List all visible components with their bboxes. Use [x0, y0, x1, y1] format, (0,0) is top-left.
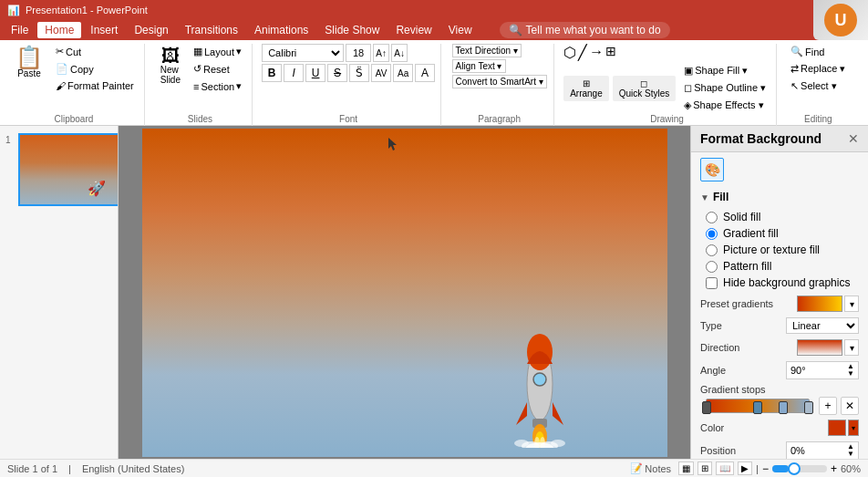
cut-button[interactable]: ✂ Cut — [51, 44, 139, 59]
angle-row: Angle 90° ▲▼ — [691, 358, 868, 382]
position-value: 0% — [790, 445, 805, 456]
arrange-button[interactable]: ⊞ Arrange — [563, 76, 609, 101]
zoom-out-button[interactable]: − — [762, 462, 769, 475]
layout-button[interactable]: ▦ Layout ▾ — [189, 44, 246, 59]
quick-styles-icon: ◻ — [640, 78, 647, 88]
text-direction-button[interactable]: Text Direction ▾ — [452, 44, 522, 57]
new-slide-button[interactable]: 🖼 NewSlide — [154, 44, 187, 88]
gradient-stop-1[interactable] — [702, 401, 711, 414]
underline-button[interactable]: U — [305, 64, 326, 82]
quick-styles-button[interactable]: ◻ Quick Styles — [613, 76, 677, 101]
strikethrough-button[interactable]: S — [327, 64, 347, 82]
zoom-in-button[interactable]: + — [831, 462, 837, 475]
fill-section-header[interactable]: ▼ Fill — [691, 187, 868, 207]
reading-view-button[interactable]: 📖 — [716, 461, 734, 475]
panel-close-button[interactable]: ✕ — [848, 131, 859, 146]
direction-dropdown[interactable]: ▾ — [844, 339, 859, 356]
preset-gradients-label: Preset gradients — [700, 298, 793, 309]
notes-label: Notes — [645, 463, 671, 474]
preset-gradients-row: Preset gradients ▾ — [691, 293, 868, 315]
gradient-stops-section: Gradient stops + ✕ — [691, 382, 868, 417]
notes-button[interactable]: 📝 Notes — [630, 462, 671, 474]
gradient-stop-3[interactable] — [779, 401, 788, 414]
text-shadow-button[interactable]: S̈ — [349, 64, 369, 82]
convert-smartart-button[interactable]: Convert to SmartArt ▾ — [452, 75, 547, 88]
slide-show-button[interactable]: ▶ — [738, 461, 752, 475]
menu-file[interactable]: File — [4, 22, 36, 38]
solid-fill-radio[interactable] — [706, 212, 718, 223]
slide-canvas[interactable] — [142, 129, 667, 457]
solid-fill-option[interactable]: Solid fill — [706, 211, 853, 223]
direction-swatch[interactable] — [797, 339, 842, 356]
slides-label: Slides — [188, 114, 212, 124]
ribbon: 📋 Paste ✂ Cut 📄 Copy 🖌 Format Painter — [0, 40, 868, 126]
shape-fill-button[interactable]: ▣ Shape Fill ▾ — [679, 63, 770, 78]
menu-animations[interactable]: Animations — [247, 22, 315, 38]
angle-control[interactable]: 90° ▲▼ — [786, 361, 859, 379]
shape-effects-button[interactable]: ◈ Shape Effects ▾ — [679, 98, 770, 113]
align-text-button[interactable]: Align Text ▾ — [452, 59, 506, 73]
ribbon-group-editing: 🔍 Find ⇄ Replace ▾ ↖ Select ▾ Editing — [780, 44, 855, 126]
format-painter-button[interactable]: 🖌 Format Painter — [51, 78, 139, 93]
menu-design[interactable]: Design — [127, 22, 175, 38]
shape-outline-button[interactable]: ◻ Shape Outline ▾ — [679, 80, 770, 96]
slide-sorter-button[interactable]: ⊞ — [698, 461, 712, 475]
font-case-button[interactable]: Aa — [393, 64, 413, 82]
slide-thumbnail[interactable]: 🚀 — [18, 133, 119, 206]
menu-insert[interactable]: Insert — [83, 22, 125, 38]
font-selector[interactable]: Calibri — [262, 44, 344, 62]
fill-icon-btn[interactable]: 🎨 — [700, 158, 724, 181]
fill-arrow-icon: ▼ — [700, 192, 709, 202]
rocket-area — [503, 320, 576, 430]
add-stop-button[interactable]: + — [819, 397, 837, 415]
color-dropdown[interactable]: ▾ — [848, 420, 859, 436]
copy-button[interactable]: 📄 Copy — [51, 61, 139, 77]
svg-point-10 — [514, 440, 529, 447]
type-selector[interactable]: Linear Radial Rectangular Path — [786, 317, 859, 334]
color-swatch[interactable] — [828, 420, 846, 436]
gradient-fill-option[interactable]: Gradient fill — [706, 227, 853, 240]
gradient-stops-bar[interactable] — [706, 399, 810, 413]
menu-review[interactable]: Review — [388, 22, 439, 38]
increase-font-button[interactable]: A↑ — [373, 44, 389, 62]
gradient-stop-4[interactable] — [804, 401, 813, 414]
remove-stop-button[interactable]: ✕ — [841, 397, 859, 415]
zoom-slider[interactable] — [772, 465, 827, 472]
menu-home[interactable]: Home — [37, 22, 81, 38]
menu-slideshow[interactable]: Slide Show — [317, 22, 387, 38]
select-label: Select ▾ — [801, 80, 837, 92]
font-size-input[interactable] — [346, 44, 371, 62]
menu-transitions[interactable]: Transitions — [178, 22, 245, 38]
section-button[interactable]: ≡ Section ▾ — [189, 78, 246, 94]
preset-gradient-swatch[interactable] — [797, 296, 842, 312]
gradient-fill-radio[interactable] — [706, 228, 718, 240]
pattern-fill-radio[interactable] — [706, 261, 718, 273]
hide-background-option[interactable]: Hide background graphics — [706, 276, 853, 289]
menu-view[interactable]: View — [441, 22, 480, 38]
font-color-button[interactable]: A — [415, 64, 435, 82]
reset-button[interactable]: ↺ Reset — [189, 61, 246, 77]
menu-tell-me[interactable]: 🔍 Tell me what you want to do — [500, 22, 670, 38]
char-spacing-button[interactable]: AV — [371, 64, 391, 82]
preset-gradient-dropdown[interactable]: ▾ — [844, 296, 859, 312]
decrease-font-button[interactable]: A↓ — [391, 44, 408, 62]
picture-fill-option[interactable]: Picture or texture fill — [706, 244, 853, 256]
canvas-area[interactable] — [119, 126, 690, 459]
paste-button[interactable]: 📋 Paste — [9, 44, 49, 81]
bold-button[interactable]: B — [262, 64, 282, 82]
app-icon: 📊 — [7, 5, 20, 16]
gradient-stop-2[interactable] — [753, 401, 762, 414]
panel-header: Format Background ✕ — [691, 126, 868, 152]
section-label: Section — [201, 81, 234, 92]
drawing-label: Drawing — [650, 114, 684, 124]
italic-button[interactable]: I — [284, 64, 304, 82]
find-button[interactable]: 🔍 Find — [786, 44, 850, 59]
select-button[interactable]: ↖ Select ▾ — [786, 78, 850, 94]
hide-background-checkbox[interactable] — [706, 277, 718, 289]
unica-logo: U — [813, 0, 868, 40]
normal-view-button[interactable]: ▦ — [678, 461, 694, 475]
pattern-fill-option[interactable]: Pattern fill — [706, 260, 853, 273]
replace-button[interactable]: ⇄ Replace ▾ — [786, 61, 850, 77]
position-control[interactable]: 0% ▲▼ — [786, 441, 859, 459]
picture-fill-radio[interactable] — [706, 244, 718, 256]
